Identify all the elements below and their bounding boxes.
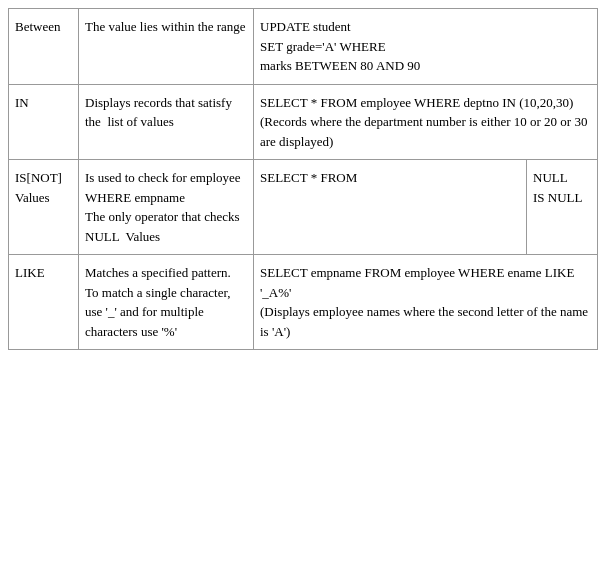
description-cell: Displays records that satisfy the list o… xyxy=(79,85,254,160)
keyword-cell: LIKE xyxy=(9,255,79,349)
note-text: NULLIS NULL xyxy=(533,168,591,207)
description-text: Matches a specified pattern.To match a s… xyxy=(85,263,247,341)
description-cell: The value lies within the range xyxy=(79,9,254,84)
example-text: SELECT empname FROM employee WHERE ename… xyxy=(260,263,591,341)
keyword-label: LIKE xyxy=(15,263,72,283)
description-cell: Is used to check for employee WHERE empn… xyxy=(79,160,254,254)
keyword-cell: Between xyxy=(9,9,79,84)
keyword-label: IS[NOT]Values xyxy=(15,168,72,207)
description-text: Displays records that satisfy the list o… xyxy=(85,93,247,132)
keyword-label: Between xyxy=(15,17,72,37)
example-text: SELECT * FROM employee WHERE deptno IN (… xyxy=(260,93,591,152)
description-text: Is used to check for employee WHERE empn… xyxy=(85,168,247,246)
keyword-cell: IN xyxy=(9,85,79,160)
table-row: LIKE Matches a specified pattern.To matc… xyxy=(9,255,597,349)
example-text: UPDATE studentSET grade='A' WHEREmarks B… xyxy=(260,17,591,76)
example-cell: SELECT * FROM employee WHERE deptno IN (… xyxy=(254,85,597,160)
keyword-cell: IS[NOT]Values xyxy=(9,160,79,254)
table-row: IS[NOT]Values Is used to check for emplo… xyxy=(9,160,597,255)
example-text: SELECT * FROM xyxy=(260,168,520,188)
keyword-label: IN xyxy=(15,93,72,113)
description-text: The value lies within the range xyxy=(85,17,247,37)
table-row: Between The value lies within the range … xyxy=(9,9,597,85)
main-table: Between The value lies within the range … xyxy=(8,8,598,350)
example-cell: SELECT empname FROM employee WHERE ename… xyxy=(254,255,597,349)
example-cell: UPDATE studentSET grade='A' WHEREmarks B… xyxy=(254,9,597,84)
table-row: IN Displays records that satisfy the lis… xyxy=(9,85,597,161)
description-cell: Matches a specified pattern.To match a s… xyxy=(79,255,254,349)
note-cell: NULLIS NULL xyxy=(527,160,597,254)
example-cell: SELECT * FROM xyxy=(254,160,527,254)
